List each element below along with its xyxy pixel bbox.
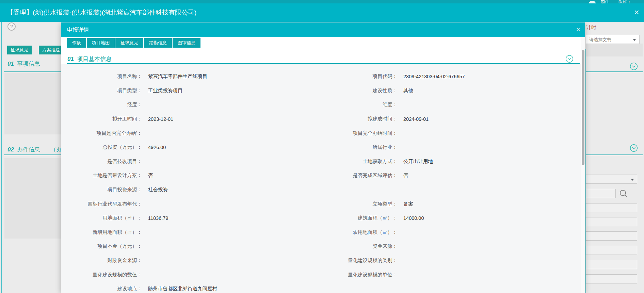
- help-icon[interactable]: ?: [7, 22, 16, 31]
- avatar: [589, 1, 596, 3]
- form-col-left: 量化建设规模的数值：: [61, 272, 316, 278]
- form-col-left: 项目投资来源： 社会投资: [61, 186, 316, 193]
- text-input[interactable]: [586, 203, 637, 212]
- right-panel-border: [585, 49, 586, 293]
- modal-tab-bar: 作废 项目地图 征求意见 踏勘信息 图审信息: [67, 38, 200, 48]
- form-col-left: 拟开工时间： 2023-12-01: [61, 116, 316, 122]
- tab-invalidate[interactable]: 作废: [67, 38, 86, 48]
- field-value: 2309-421303-04-02-676657: [403, 74, 465, 79]
- field-label: 项目完全办结时间：: [316, 130, 397, 136]
- form-row: 国标行业代码发布年代： 立项类型： 备案: [61, 197, 581, 211]
- field-label: 拟建成时间：: [316, 116, 397, 122]
- form-col-left: 项目类型： 工业类投资项目: [61, 87, 316, 94]
- text-input[interactable]: [586, 217, 637, 226]
- field-label: 拟开工时间：: [61, 116, 142, 122]
- text-input[interactable]: [586, 274, 637, 283]
- chevron-down-icon[interactable]: [630, 62, 638, 70]
- project-basic-info-form: 项目名称： 紫宸汽车零部件生产线项目 项目代码： 2309-421303-04-…: [61, 64, 581, 293]
- search-icon[interactable]: [620, 190, 626, 196]
- form-row: 项目本金（万元）： 资金来源：: [61, 239, 581, 254]
- modal-scrollbar: [581, 37, 585, 293]
- document-select[interactable]: 请选择文书: [586, 35, 640, 44]
- tab-survey-info[interactable]: 踏勘信息: [144, 38, 172, 48]
- field-label: 经度：: [61, 101, 142, 108]
- field-label: 总投资（万元）：: [61, 144, 142, 150]
- form-col-right: 维度：: [316, 101, 403, 108]
- form-row: 量化建设规模的数值： 量化建设规模的单位：: [61, 267, 581, 282]
- field-value: 工业类投资项目: [148, 87, 183, 94]
- field-value: 4926.00: [148, 145, 166, 150]
- field-value: 2023-12-01: [148, 116, 173, 122]
- user-name-fragment: 周佳: [600, 0, 609, 3]
- form-col-right: 土地获取方式： 公开出让用地: [316, 158, 433, 165]
- form-col-left: 土地是否带设计方案： 否: [61, 172, 316, 179]
- field-label: 财政资金来源：: [61, 257, 142, 264]
- field-value: 紫宸汽车零部件生产线项目: [148, 73, 207, 80]
- window-titlebar: 【受理】(新)供水报装-(供水报装)(湖北紫宸汽车部件科技有限公司) ×: [0, 3, 644, 22]
- field-label: 量化建设规模的单位：: [316, 272, 397, 278]
- field-label: 是否技改项目：: [61, 158, 142, 165]
- field-value: 否: [403, 172, 408, 179]
- field-label: 建筑面积（㎡）：: [316, 215, 397, 221]
- form-col-right: 量化建设规模的类别：: [316, 257, 403, 264]
- field-label: 维度：: [316, 101, 397, 108]
- field-value: 公开出让用地: [403, 158, 433, 165]
- screen: 周佳 你好！ 【受理】(新)供水报装-(供水报装)(湖北紫宸汽车部件科技有限公司…: [0, 0, 644, 293]
- modal-close-icon[interactable]: ×: [576, 22, 580, 36]
- form-row: 建设地点： 随州市曾都区北郊街道九间屋村: [61, 282, 581, 293]
- page-title: 【受理】(新)供水报装-(供水报装)(湖北紫宸汽车部件科技有限公司): [7, 3, 196, 22]
- form-select[interactable]: [586, 175, 637, 184]
- right-panel-band: [586, 44, 643, 56]
- form-row: 项目投资来源： 社会投资: [61, 183, 581, 197]
- field-label: 土地获取方式：: [316, 158, 397, 165]
- form-col-right: 建设性质： 其他: [316, 87, 413, 94]
- section-header-matter-info: 01事项信息: [7, 60, 40, 68]
- plan-push-button[interactable]: 方案推送: [39, 46, 63, 54]
- form-row: 新增用地面积（㎡）： 农用地面积（㎡）：: [61, 225, 581, 240]
- field-label: 项目代码：: [316, 73, 397, 80]
- field-label: 项目本金（万元）：: [61, 243, 142, 249]
- form-col-left: 财政资金来源：: [61, 257, 316, 264]
- field-value: 否: [148, 172, 153, 179]
- form-col-right: 建筑面积（㎡）： 14000.00: [316, 215, 424, 221]
- section-divider: [585, 154, 643, 155]
- tab-consult-opinion[interactable]: 征求意见: [115, 38, 143, 48]
- form-col-left: 项目是否完全办结'：: [61, 130, 316, 136]
- form-col-right: 资金来源：: [316, 243, 403, 249]
- scrollbar-thumb[interactable]: [582, 50, 584, 165]
- form-col-left: 经度：: [61, 101, 316, 108]
- field-label: 量化建设规模的类别：: [316, 257, 397, 264]
- text-input[interactable]: [586, 260, 637, 269]
- form-row: 财政资金来源： 量化建设规模的类别：: [61, 254, 581, 268]
- chevron-down-icon[interactable]: [565, 55, 574, 63]
- form-col-right: 是否完成区域评估： 否: [316, 172, 408, 179]
- field-value: 其他: [403, 87, 413, 94]
- left-panel-border: [1, 22, 2, 293]
- text-input[interactable]: [586, 231, 637, 241]
- section-divider: [4, 71, 61, 72]
- field-label: 项目名称：: [61, 73, 142, 80]
- chevron-down-icon[interactable]: [630, 144, 638, 152]
- consult-opinion-button[interactable]: 征求意见: [7, 46, 32, 54]
- field-label: 项目是否完全办结'：: [61, 130, 142, 136]
- field-value: 备案: [403, 201, 413, 207]
- form-row: 拟开工时间： 2023-12-01 拟建成时间： 2024-09-01: [61, 112, 581, 126]
- chevron-down-icon: [631, 179, 634, 181]
- text-input[interactable]: [586, 246, 637, 255]
- user-greeting-fragment: 你好！: [618, 0, 631, 3]
- tab-project-map[interactable]: 项目地图: [87, 38, 115, 48]
- field-label: 资金来源：: [316, 243, 397, 249]
- window-close-icon[interactable]: ×: [634, 3, 639, 21]
- section-divider: [585, 71, 643, 72]
- form-row: 项目类型： 工业类投资项目 建设性质： 其他: [61, 84, 581, 98]
- form-col-left: 新增用地面积（㎡）：: [61, 229, 316, 235]
- field-label: 所属行业：: [316, 144, 397, 150]
- field-label: 立项类型：: [316, 201, 397, 207]
- field-label: 量化建设规模的数值：: [61, 272, 142, 278]
- tab-drawing-review-info[interactable]: 图审信息: [173, 38, 200, 48]
- form-col-right: 立项类型： 备案: [316, 201, 413, 207]
- form-row: 经度： 维度：: [61, 98, 581, 112]
- matter-info-panel: [4, 72, 61, 134]
- search-input[interactable]: [586, 189, 616, 198]
- form-col-left: 项目名称： 紫宸汽车零部件生产线项目: [61, 73, 316, 80]
